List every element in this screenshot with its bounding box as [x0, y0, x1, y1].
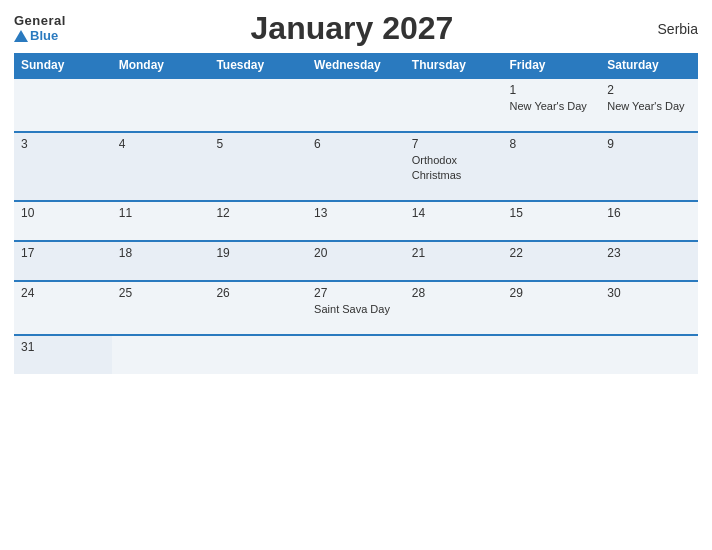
calendar-day-cell	[209, 78, 307, 132]
day-number: 20	[314, 246, 398, 260]
calendar-week-row: 34567Orthodox Christmas89	[14, 132, 698, 201]
header-monday: Monday	[112, 53, 210, 78]
calendar-day-cell: 11	[112, 201, 210, 241]
day-number: 31	[21, 340, 105, 354]
logo: General Blue	[14, 14, 66, 43]
calendar-week-row: 1New Year's Day2New Year's Day	[14, 78, 698, 132]
day-number: 11	[119, 206, 203, 220]
country-label: Serbia	[638, 21, 698, 37]
calendar-day-cell: 24	[14, 281, 112, 335]
day-number: 19	[216, 246, 300, 260]
day-number: 30	[607, 286, 691, 300]
calendar-day-cell	[405, 78, 503, 132]
calendar-day-cell: 19	[209, 241, 307, 281]
header-tuesday: Tuesday	[209, 53, 307, 78]
calendar-day-cell: 27Saint Sava Day	[307, 281, 405, 335]
header-thursday: Thursday	[405, 53, 503, 78]
day-number: 8	[510, 137, 594, 151]
weekday-header-row: Sunday Monday Tuesday Wednesday Thursday…	[14, 53, 698, 78]
day-number: 18	[119, 246, 203, 260]
day-number: 24	[21, 286, 105, 300]
day-number: 15	[510, 206, 594, 220]
calendar-day-cell: 4	[112, 132, 210, 201]
day-number: 2	[607, 83, 691, 97]
day-number: 9	[607, 137, 691, 151]
calendar-day-cell	[307, 335, 405, 374]
calendar-day-cell: 30	[600, 281, 698, 335]
calendar-day-cell: 25	[112, 281, 210, 335]
day-number: 29	[510, 286, 594, 300]
calendar-week-row: 17181920212223	[14, 241, 698, 281]
day-number: 16	[607, 206, 691, 220]
header-wednesday: Wednesday	[307, 53, 405, 78]
calendar-day-cell: 14	[405, 201, 503, 241]
calendar-day-cell: 29	[503, 281, 601, 335]
day-number: 22	[510, 246, 594, 260]
header-saturday: Saturday	[600, 53, 698, 78]
calendar-day-cell	[307, 78, 405, 132]
calendar-day-cell	[112, 78, 210, 132]
header-friday: Friday	[503, 53, 601, 78]
day-number: 28	[412, 286, 496, 300]
calendar-day-cell: 8	[503, 132, 601, 201]
calendar-week-row: 10111213141516	[14, 201, 698, 241]
logo-general-text: General	[14, 14, 66, 28]
calendar-day-cell	[405, 335, 503, 374]
calendar-day-cell: 6	[307, 132, 405, 201]
calendar-day-cell: 12	[209, 201, 307, 241]
day-event: Orthodox Christmas	[412, 153, 496, 182]
calendar-day-cell	[503, 335, 601, 374]
calendar-day-cell: 23	[600, 241, 698, 281]
calendar-day-cell: 22	[503, 241, 601, 281]
calendar-header: General Blue January 2027 Serbia	[14, 10, 698, 47]
calendar-day-cell: 28	[405, 281, 503, 335]
calendar-day-cell	[112, 335, 210, 374]
day-number: 1	[510, 83, 594, 97]
day-number: 5	[216, 137, 300, 151]
calendar-week-row: 31	[14, 335, 698, 374]
calendar-day-cell	[14, 78, 112, 132]
calendar-day-cell: 7Orthodox Christmas	[405, 132, 503, 201]
day-number: 7	[412, 137, 496, 151]
calendar-day-cell	[600, 335, 698, 374]
day-event: New Year's Day	[510, 99, 594, 113]
calendar-day-cell: 9	[600, 132, 698, 201]
calendar-day-cell: 1New Year's Day	[503, 78, 601, 132]
day-number: 23	[607, 246, 691, 260]
calendar-day-cell: 15	[503, 201, 601, 241]
day-event: New Year's Day	[607, 99, 691, 113]
logo-triangle-icon	[14, 30, 28, 42]
day-number: 17	[21, 246, 105, 260]
calendar-day-cell: 31	[14, 335, 112, 374]
calendar-day-cell: 26	[209, 281, 307, 335]
calendar-week-row: 24252627Saint Sava Day282930	[14, 281, 698, 335]
day-number: 6	[314, 137, 398, 151]
day-number: 12	[216, 206, 300, 220]
calendar-day-cell: 2New Year's Day	[600, 78, 698, 132]
calendar-table: Sunday Monday Tuesday Wednesday Thursday…	[14, 53, 698, 374]
day-number: 14	[412, 206, 496, 220]
calendar-day-cell: 13	[307, 201, 405, 241]
day-number: 27	[314, 286, 398, 300]
calendar-day-cell	[209, 335, 307, 374]
day-number: 10	[21, 206, 105, 220]
header-sunday: Sunday	[14, 53, 112, 78]
logo-blue-text: Blue	[14, 29, 66, 43]
day-number: 3	[21, 137, 105, 151]
day-number: 4	[119, 137, 203, 151]
calendar-page: General Blue January 2027 Serbia Sunday …	[0, 0, 712, 550]
calendar-day-cell: 20	[307, 241, 405, 281]
calendar-day-cell: 21	[405, 241, 503, 281]
calendar-day-cell: 16	[600, 201, 698, 241]
day-number: 26	[216, 286, 300, 300]
day-number: 25	[119, 286, 203, 300]
day-number: 21	[412, 246, 496, 260]
day-number: 13	[314, 206, 398, 220]
calendar-title: January 2027	[66, 10, 638, 47]
calendar-day-cell: 18	[112, 241, 210, 281]
calendar-day-cell: 10	[14, 201, 112, 241]
calendar-day-cell: 5	[209, 132, 307, 201]
calendar-day-cell: 17	[14, 241, 112, 281]
day-event: Saint Sava Day	[314, 302, 398, 316]
calendar-day-cell: 3	[14, 132, 112, 201]
